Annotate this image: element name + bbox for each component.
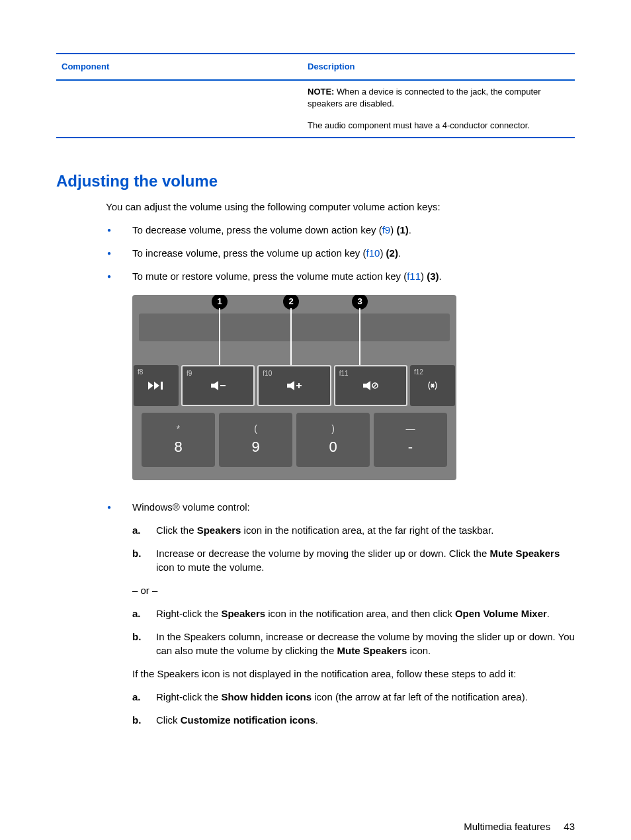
windows-control-list: Windows® volume control: a. Click the Sp…: [106, 500, 575, 727]
step-a: a. Right-click the Show hidden icons ico…: [132, 690, 575, 704]
volume-down-icon: [208, 380, 228, 392]
key-f10-volume-up: f10: [257, 365, 331, 406]
footer-section: Multimedia features: [464, 821, 550, 832]
component-table: Component Description NOTE: When a devic…: [56, 53, 575, 138]
svg-line-4: [373, 384, 377, 388]
key-f8: f8: [134, 365, 179, 406]
volume-mute-icon: [360, 380, 380, 392]
wireless-icon: [423, 380, 442, 392]
svg-rect-2: [298, 383, 300, 388]
key-dash: —-: [374, 413, 447, 467]
or-separator: – or –: [132, 583, 575, 597]
action-key-list: To decrease volume, press the volume dow…: [106, 223, 575, 283]
callout-2: 2: [283, 295, 299, 310]
svg-rect-5: [432, 384, 433, 387]
keyboard-figure: 1 2 3 f8 f9 f10 f11 f12 *8 (9 )0 —-: [132, 295, 456, 480]
list-item: Windows® volume control: a. Click the Sp…: [106, 500, 575, 727]
key-8: *8: [142, 413, 215, 467]
key-link-f9[interactable]: f9: [382, 224, 391, 235]
table-header-description: Description: [308, 61, 575, 73]
steps-second: a. Right-click the Speakers icon in the …: [132, 607, 575, 657]
step-b: b. Click Customize notification icons.: [132, 713, 575, 727]
key-link-f10[interactable]: f10: [366, 247, 380, 259]
table-header-component: Component: [56, 61, 308, 73]
step-a: a. Click the Speakers icon in the notifi…: [132, 523, 575, 537]
step-b: b. In the Speakers column, increase or d…: [132, 630, 575, 657]
intro-paragraph: You can adjust the volume using the foll…: [106, 200, 575, 214]
callout-3: 3: [352, 295, 368, 310]
volume-up-icon: [284, 380, 304, 392]
note-label: NOTE:: [308, 87, 334, 97]
next-track-icon: [146, 380, 166, 392]
note-text: When a device is connected to the jack, …: [308, 87, 541, 108]
windows-volume-label: Windows® volume control:: [132, 500, 575, 514]
table-note: NOTE: When a device is connected to the …: [308, 86, 575, 110]
key-9: (9: [219, 413, 292, 467]
key-0: )0: [296, 413, 370, 467]
section-heading: Adjusting the volume: [56, 170, 575, 192]
steps-third: a. Right-click the Show hidden icons ico…: [132, 690, 575, 727]
table-row: NOTE: When a device is connected to the …: [56, 81, 575, 138]
table-header-row: Component Description: [56, 54, 575, 81]
step-b: b. Increase or decrease the volume by mo…: [132, 546, 575, 574]
key-link-f11[interactable]: f11: [407, 271, 421, 282]
page-footer: Multimedia features 43: [56, 819, 575, 833]
svg-rect-0: [220, 385, 226, 386]
callout-1: 1: [212, 295, 228, 310]
table-audio-text: The audio component must have a 4-conduc…: [308, 120, 575, 132]
step-a: a. Right-click the Speakers icon in the …: [132, 607, 575, 620]
list-item: To increase volume, press the volume up …: [106, 246, 575, 260]
show-hidden-intro: If the Speakers icon is not displayed in…: [132, 667, 575, 681]
key-f9-volume-down: f9: [181, 365, 255, 406]
key-f12: f12: [410, 365, 455, 406]
footer-page-number: 43: [564, 821, 575, 832]
list-item: To decrease volume, press the volume dow…: [106, 223, 575, 237]
steps-first: a. Click the Speakers icon in the notifi…: [132, 523, 575, 574]
list-item: To mute or restore volume, press the vol…: [106, 269, 575, 283]
key-f11-volume-mute: f11: [334, 365, 407, 406]
